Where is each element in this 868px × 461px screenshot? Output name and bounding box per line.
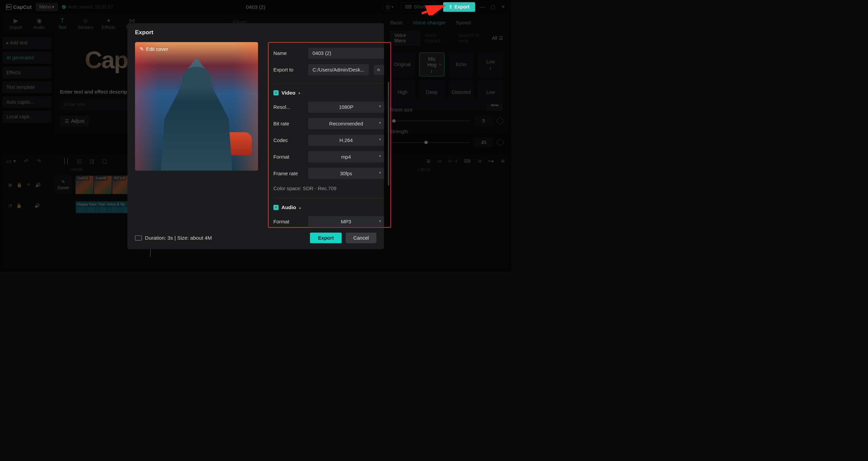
format-select[interactable]: mp4 bbox=[308, 151, 384, 163]
export-form: Name 0403 (2) Export to C:/Users/Admin/D… bbox=[268, 42, 391, 228]
film-icon bbox=[135, 235, 142, 240]
export-dialog: Export ✎ Edit cover Name 0403 (2) Export… bbox=[127, 23, 384, 249]
framerate-label: Frame rate bbox=[273, 171, 303, 176]
format-label: Format bbox=[273, 154, 303, 160]
video-section-toggle[interactable]: ✓ Video ▴ bbox=[273, 89, 384, 96]
dialog-title: Export bbox=[135, 29, 376, 36]
audio-format-select[interactable]: MP3 bbox=[308, 216, 384, 227]
codec-select[interactable]: H.264 bbox=[308, 135, 384, 146]
framerate-select[interactable]: 30fps bbox=[308, 168, 384, 179]
resolution-label: Resol... bbox=[273, 104, 303, 110]
audio-section-toggle[interactable]: ✓ Audio ▴ bbox=[273, 204, 384, 211]
cover-preview: ✎ Edit cover bbox=[135, 42, 258, 171]
checkbox-checked-icon[interactable]: ✓ bbox=[273, 205, 278, 210]
folder-icon[interactable]: 🗀 bbox=[374, 65, 384, 75]
cancel-button[interactable]: Cancel bbox=[346, 233, 377, 243]
export-path-input[interactable]: C:/Users/Admin/Desk... bbox=[308, 64, 369, 76]
export-confirm-button[interactable]: Export bbox=[310, 233, 342, 243]
chevron-up-icon: ▴ bbox=[299, 205, 301, 209]
export-to-label: Export to bbox=[273, 67, 303, 73]
checkbox-checked-icon[interactable]: ✓ bbox=[273, 90, 278, 95]
pencil-icon: ✎ bbox=[140, 46, 144, 52]
edit-cover-button[interactable]: ✎ Edit cover bbox=[140, 46, 168, 52]
codec-label: Codec bbox=[273, 137, 303, 143]
color-space-info: Color space: SDR - Rec.709 bbox=[273, 185, 384, 191]
upload-icon: ⇧ bbox=[449, 4, 453, 9]
bitrate-select[interactable]: Recommended bbox=[308, 118, 384, 129]
name-label: Name bbox=[273, 50, 303, 56]
export-button[interactable]: ⇧ Export bbox=[443, 2, 475, 12]
chevron-up-icon: ▴ bbox=[298, 91, 300, 95]
scrollbar[interactable] bbox=[388, 82, 389, 185]
name-input[interactable]: 0403 (2) bbox=[308, 47, 384, 59]
duration-info: Duration: 3s | Size: about 4M bbox=[135, 235, 212, 241]
annotation-arrow bbox=[421, 3, 447, 15]
resolution-select[interactable]: 1080P bbox=[308, 101, 384, 113]
bitrate-label: Bit rate bbox=[273, 121, 303, 126]
audio-format-label: Format bbox=[273, 219, 303, 225]
